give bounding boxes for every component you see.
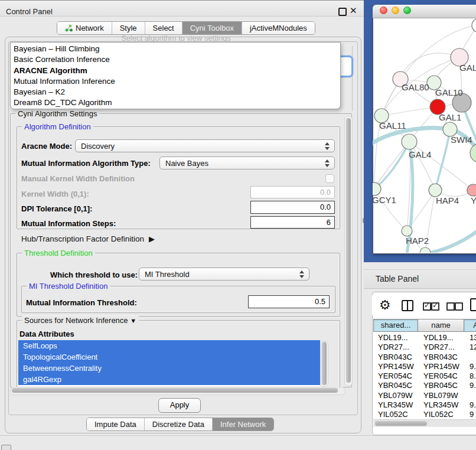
tab-label: Cyni Toolbox <box>190 24 234 32</box>
tab-cyni-toolbox[interactable]: Cyni Toolbox <box>182 22 242 34</box>
scrollbar-thumb[interactable] <box>12 388 338 393</box>
unchecked-checkbox-icon[interactable] <box>455 302 463 311</box>
tab-label: jActiveMNodules <box>250 24 307 32</box>
node-top-right[interactable] <box>472 18 476 32</box>
algorithm-combobox-placeholder[interactable]: Select algorithm to view settings <box>11 34 341 43</box>
table-row[interactable]: YER054CYER054C8. <box>373 371 476 381</box>
node-gal11-label: GAL11 <box>379 120 406 131</box>
algorithm-option-bayesian-hill-climbing[interactable]: Bayesian – Hill Climbing <box>11 44 340 54</box>
cell-name: YDR27... <box>423 343 455 352</box>
algorithm-option-basic-correlation-inference[interactable]: Basic Correlation Inference <box>11 54 340 65</box>
kernel-width-field[interactable]: 0.0 <box>250 186 335 198</box>
data-attributes-label: Data Attributes <box>19 330 74 338</box>
unchecked-checkbox-icon[interactable] <box>446 302 455 311</box>
column-header-name[interactable]: name <box>418 319 464 332</box>
node-hap4[interactable] <box>429 184 442 197</box>
table-row[interactable]: YBL079WYBL079W <box>373 391 476 400</box>
sources-title-text: Sources for Network Inference <box>24 316 128 325</box>
scrollbar-thumb[interactable] <box>322 342 327 385</box>
node-hap2[interactable] <box>402 226 412 236</box>
table-horizontal-scrollbar[interactable] <box>373 419 476 427</box>
checked-checkbox-icon[interactable] <box>423 302 431 311</box>
mi-algorithm-type-label: Mutual Information Algorithm Type: <box>21 159 151 168</box>
cell-name: YPR145W <box>423 362 459 371</box>
node-swi4-label: SWI4 <box>451 135 472 145</box>
apply-button[interactable]: Apply <box>158 398 201 413</box>
minimize-traffic-light-icon[interactable] <box>392 6 399 14</box>
tab-network[interactable]: Network <box>57 22 112 34</box>
table-row[interactable]: YDL19...YDL19...13 <box>373 333 476 343</box>
tab-jactivemnodules[interactable]: jActiveMNodules <box>242 22 315 34</box>
node-gal80-label: GAL80 <box>402 82 429 92</box>
attribute-item-topologicalcoefficient[interactable]: TopologicalCoefficient <box>18 351 320 363</box>
table-header-row: shared...nameA <box>373 319 476 332</box>
cell-shared-name: YBL079W <box>378 391 413 400</box>
aracne-mode-combobox[interactable]: Discovery <box>75 139 335 152</box>
attribute-item-gal4rgexp[interactable]: gal4RGexp <box>18 374 320 385</box>
node-hap4-label: HAP4 <box>436 195 459 206</box>
dpi-tolerance-field[interactable]: 0.0 <box>250 201 335 214</box>
bottom-divider-line <box>0 435 476 436</box>
bottom-left-mini-button[interactable] <box>1 445 11 450</box>
node-big-green[interactable] <box>470 144 476 162</box>
tab-discretize-data[interactable]: Discretize Data <box>144 418 212 431</box>
table-row[interactable]: YBR045CYBR045C9. <box>373 381 476 390</box>
column-header-shared[interactable]: shared... <box>373 319 418 332</box>
network-canvas[interactable]: GALGAL80GAL10GAL1GAL11SWI4GAL4GCY1HAP4YH… <box>373 18 476 253</box>
control-panel-tab-bar: NetworkStyleSelectCyni ToolboxjActiveMNo… <box>57 21 315 35</box>
algorithm-option-dream8-dc-tdc-algorithm[interactable]: Dream8 DC_TDC Algorithm <box>11 97 340 108</box>
mi-steps-field[interactable]: 6 <box>250 216 335 229</box>
node-gal4-label: GAL4 <box>409 149 431 159</box>
tab-infer-network[interactable]: Infer Network <box>212 418 273 431</box>
zoom-traffic-light-icon[interactable] <box>403 6 411 14</box>
which-threshold-label: Which threshold to use: <box>50 270 138 279</box>
settings-horizontal-scrollbar[interactable] <box>10 387 345 395</box>
node-gal10-label: GAL10 <box>435 87 463 97</box>
node-salmon[interactable] <box>467 184 476 196</box>
scrollbar-thumb[interactable] <box>375 421 427 426</box>
tab-label: Network <box>76 24 104 32</box>
attribute-item-selfloops[interactable]: SelfLoops <box>18 340 320 351</box>
table-row[interactable]: YIL052CYIL052C9 <box>373 410 476 419</box>
which-threshold-combobox[interactable]: MI Threshold <box>139 268 309 281</box>
network-labels-layer: GALGAL80GAL10GAL1GAL11SWI4GAL4GCY1HAP4YH… <box>373 63 476 246</box>
scrollbar-thumb[interactable] <box>346 118 351 383</box>
algorithm-option-aracne-algorithm[interactable]: ARACNE Algorithm <box>11 66 340 76</box>
gear-icon[interactable]: ⚙ <box>379 298 391 313</box>
manual-kernel-width-checkbox[interactable] <box>325 174 334 183</box>
cell-shared-name: YDR27... <box>378 343 409 352</box>
column-split-icon[interactable] <box>402 300 413 311</box>
attribute-item-betweennesscentrality[interactable]: BetweennessCentrality <box>18 363 320 374</box>
column-header-a[interactable]: A <box>464 319 476 332</box>
mi-threshold-field[interactable]: 0.5 <box>248 295 330 308</box>
table-row[interactable]: YLR345WYLR345W9. <box>373 400 476 410</box>
mi-algorithm-type-combobox[interactable]: Naive Bayes <box>159 156 335 169</box>
checked-checkbox-icon[interactable] <box>431 302 439 311</box>
algorithm-option-bayesian-k2[interactable]: Bayesian – K2 <box>11 87 340 97</box>
hub-transcription-expander[interactable]: Hub/Transcription Factor Definition▶ <box>21 234 155 243</box>
attributes-list-scrollbar[interactable] <box>321 341 328 387</box>
node-salmon-label: Y <box>471 195 476 206</box>
algorithm-option-mutual-information-inference[interactable]: Mutual Information Inference <box>11 76 340 87</box>
settings-vertical-scrollbar[interactable] <box>344 116 353 386</box>
float-panel-icon[interactable] <box>338 8 347 16</box>
table-row[interactable]: YDR27...YDR27...12 <box>373 343 476 352</box>
node-gal4[interactable] <box>402 134 417 149</box>
page-icon[interactable] <box>470 298 476 311</box>
table-row[interactable]: YPR145WYPR145W9. <box>373 362 476 371</box>
tab-style[interactable]: Style <box>112 22 145 34</box>
cell-name: YLR345W <box>423 400 458 410</box>
cell-shared-name: YPR145W <box>378 362 414 371</box>
close-panel-icon[interactable]: ✕ <box>350 5 357 16</box>
tab-select[interactable]: Select <box>145 22 182 34</box>
expander-down-icon: ▼ <box>130 317 136 324</box>
data-attributes-list[interactable]: SelfLoopsTopologicalCoefficientBetweenne… <box>18 340 320 386</box>
network-window-titlebar[interactable] <box>373 5 476 18</box>
close-traffic-light-icon[interactable] <box>380 6 387 14</box>
sources-title[interactable]: Sources for Network Inference ▼ <box>22 316 139 325</box>
tab-impute-data[interactable]: Impute Data <box>87 418 144 431</box>
cell-value: 9. <box>470 362 476 371</box>
app-screen: Control Panel ✕ NetworkStyleSelectCyni T… <box>0 0 476 450</box>
node-bottom[interactable] <box>420 247 431 253</box>
table-row[interactable]: YBR043CYBR043C <box>373 353 476 362</box>
